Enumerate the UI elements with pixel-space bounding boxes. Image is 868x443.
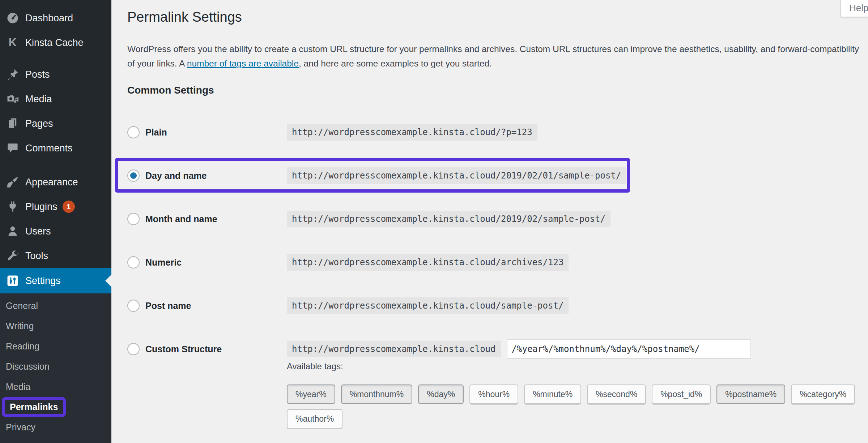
permalinks-highlight-annotation: Permalinks	[2, 397, 66, 417]
paintbrush-icon	[6, 175, 20, 189]
plug-icon	[6, 200, 20, 214]
month-and-name-radio[interactable]	[127, 213, 140, 225]
permalink-options: Plain http://wordpresscomexample.kinsta.…	[127, 111, 751, 371]
sidebar-item-dashboard[interactable]: Dashboard	[0, 6, 111, 30]
option-row-custom-structure: Custom Structure http://wordpresscomexam…	[127, 327, 751, 371]
option-row-day-and-name: Day and name http://wordpresscomexample.…	[127, 154, 751, 197]
page-title: Permalink Settings	[127, 9, 242, 25]
option-row-numeric: Numeric http://wordpresscomexample.kinst…	[127, 241, 751, 284]
sidebar-item-media[interactable]: Media	[0, 87, 111, 111]
plugins-update-badge: 1	[63, 201, 75, 213]
common-settings-heading: Common Settings	[127, 85, 214, 96]
sidebar-item-label: Dashboard	[25, 13, 73, 24]
menu-separator	[0, 55, 111, 62]
tag-button-day[interactable]: %day%	[418, 384, 464, 404]
intro-text-after: , and here are some examples to get you …	[299, 59, 492, 68]
sidebar-item-label: Users	[25, 226, 51, 237]
tag-button-monthnum[interactable]: %monthnum%	[341, 384, 413, 404]
post-name-radio[interactable]	[127, 300, 140, 312]
wrench-icon	[6, 249, 20, 263]
comment-bubble-icon	[6, 141, 20, 155]
custom-structure-url-prefix: http://wordpresscomexample.kinsta.cloud	[287, 341, 501, 357]
user-icon	[6, 224, 20, 238]
option-row-month-and-name: Month and name http://wordpresscomexampl…	[127, 197, 751, 241]
sidebar-item-tools[interactable]: Tools	[0, 244, 111, 268]
custom-structure-label: Custom Structure	[145, 344, 222, 354]
sidebar-item-plugins[interactable]: Plugins 1	[0, 194, 111, 219]
numeric-label: Numeric	[145, 257, 182, 268]
plain-label: Plain	[145, 127, 167, 138]
submenu-item-permalinks[interactable]: Permalinks	[0, 397, 111, 417]
tag-button-postname[interactable]: %postname%	[716, 384, 785, 404]
sidebar-item-label: Media	[25, 94, 52, 105]
sidebar-item-pages[interactable]: Pages	[0, 111, 111, 136]
submenu-label: Discussion	[6, 361, 50, 372]
pushpin-icon	[6, 68, 20, 81]
submenu-label: Privacy	[6, 422, 35, 433]
post-name-example-url: http://wordpresscomexample.kinsta.cloud/…	[287, 297, 569, 314]
option-row-plain: Plain http://wordpresscomexample.kinsta.…	[127, 111, 751, 154]
sidebar-item-label: Appearance	[25, 177, 78, 188]
pages-icon	[6, 117, 20, 130]
numeric-option[interactable]: Numeric	[127, 256, 287, 268]
submenu-item-reading[interactable]: Reading	[0, 336, 111, 356]
available-tags-label: Available tags:	[287, 361, 343, 371]
tag-button-year[interactable]: %year%	[287, 384, 335, 404]
month-and-name-example-url: http://wordpresscomexample.kinsta.cloud/…	[287, 211, 610, 227]
tag-button-hour[interactable]: %hour%	[469, 384, 518, 404]
admin-menu: Dashboard K Kinsta Cache Posts Media Pag…	[0, 0, 111, 293]
sidebar-item-settings[interactable]: Settings	[0, 268, 111, 293]
submenu-label: Media	[6, 382, 30, 392]
sidebar-item-label: Tools	[25, 250, 48, 262]
tag-button-category[interactable]: %category%	[791, 384, 855, 404]
day-and-name-radio[interactable]	[127, 169, 140, 182]
sidebar-item-kinsta-cache[interactable]: K Kinsta Cache	[0, 30, 111, 55]
month-and-name-option[interactable]: Month and name	[127, 213, 287, 225]
help-tab[interactable]: Help	[841, 0, 868, 17]
admin-sidebar: Dashboard K Kinsta Cache Posts Media Pag…	[0, 0, 111, 443]
plain-radio[interactable]	[127, 126, 140, 138]
sidebar-item-label: Kinsta Cache	[25, 37, 84, 48]
sidebar-item-label: Settings	[25, 275, 61, 287]
plain-option[interactable]: Plain	[127, 126, 287, 138]
day-and-name-option[interactable]: Day and name	[127, 169, 287, 182]
sidebar-item-users[interactable]: Users	[0, 219, 111, 244]
tag-button-minute[interactable]: %minute%	[524, 384, 581, 404]
available-tags-buttons: %year% %monthnum% %day% %hour% %minute% …	[287, 384, 868, 429]
settings-submenu: General Writing Reading Discussion Media…	[0, 293, 111, 443]
dashboard-icon	[6, 11, 20, 25]
submenu-item-general[interactable]: General	[0, 296, 111, 316]
tag-button-author[interactable]: %author%	[287, 409, 342, 429]
tag-button-second[interactable]: %second%	[587, 384, 646, 404]
submenu-item-media[interactable]: Media	[0, 377, 111, 397]
sidebar-item-label: Posts	[25, 69, 50, 80]
option-row-post-name: Post name http://wordpresscomexample.kin…	[127, 284, 751, 327]
intro-paragraph: WordPress offers you the ability to crea…	[127, 42, 861, 71]
day-and-name-example-url: http://wordpresscomexample.kinsta.cloud/…	[287, 167, 626, 184]
submenu-item-privacy[interactable]: Privacy	[0, 417, 111, 437]
media-icon	[6, 92, 20, 106]
day-and-name-label: Day and name	[145, 171, 207, 181]
sidebar-item-label: Comments	[25, 143, 73, 154]
custom-structure-radio[interactable]	[127, 343, 140, 355]
submenu-label: General	[6, 301, 38, 311]
submenu-label: Writing	[6, 321, 34, 331]
sidebar-item-posts[interactable]: Posts	[0, 62, 111, 87]
custom-structure-option[interactable]: Custom Structure	[127, 343, 287, 355]
tag-button-post-id[interactable]: %post_id%	[652, 384, 711, 404]
tags-available-link[interactable]: number of tags are available	[187, 59, 299, 68]
submenu-label: Reading	[6, 341, 39, 352]
submenu-item-writing[interactable]: Writing	[0, 316, 111, 336]
month-and-name-label: Month and name	[145, 214, 217, 224]
menu-separator	[0, 160, 111, 170]
custom-structure-input[interactable]	[507, 339, 751, 359]
sidebar-item-comments[interactable]: Comments	[0, 136, 111, 160]
post-name-option[interactable]: Post name	[127, 300, 287, 312]
sidebar-item-label: Pages	[25, 118, 53, 129]
sidebar-item-label: Plugins	[25, 201, 58, 212]
post-name-label: Post name	[145, 301, 191, 311]
submenu-item-discussion[interactable]: Discussion	[0, 356, 111, 377]
numeric-radio[interactable]	[127, 256, 140, 268]
numeric-example-url: http://wordpresscomexample.kinsta.cloud/…	[287, 254, 569, 271]
sidebar-item-appearance[interactable]: Appearance	[0, 170, 111, 194]
